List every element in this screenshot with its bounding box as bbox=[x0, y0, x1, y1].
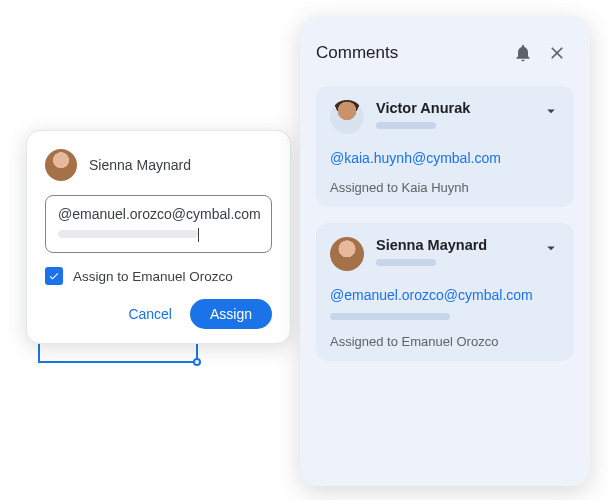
comments-panel: Comments Victor Anurak @kaia.huynh@cymba… bbox=[300, 16, 590, 486]
comments-panel-title: Comments bbox=[316, 43, 506, 63]
avatar bbox=[45, 149, 77, 181]
assigned-to-text: Assigned to Emanuel Orozco bbox=[330, 334, 560, 349]
assigned-to-text: Assigned to Kaia Huynh bbox=[330, 180, 560, 195]
assign-popup-header: Sienna Maynard bbox=[45, 149, 272, 181]
expand-button[interactable] bbox=[542, 237, 560, 261]
comment-input[interactable]: @emanuel.orozco@cymbal.com bbox=[45, 195, 272, 253]
text-caret bbox=[198, 228, 199, 242]
bell-icon bbox=[513, 43, 533, 63]
expand-button[interactable] bbox=[542, 100, 560, 124]
comment-timestamp-placeholder bbox=[376, 259, 436, 266]
avatar bbox=[330, 237, 364, 271]
comment-input-value: @emanuel.orozco@cymbal.com bbox=[58, 206, 259, 222]
comment-card: Sienna Maynard @emanuel.orozco@cymbal.co… bbox=[316, 223, 574, 361]
cancel-button[interactable]: Cancel bbox=[116, 299, 184, 329]
check-icon bbox=[48, 270, 60, 282]
comment-body-placeholder bbox=[330, 313, 450, 320]
comment-timestamp-placeholder bbox=[376, 122, 436, 129]
comment-author: Sienna Maynard bbox=[376, 237, 530, 253]
avatar bbox=[330, 100, 364, 134]
selection-handle[interactable] bbox=[193, 358, 201, 366]
close-icon bbox=[547, 43, 567, 63]
comment-author: Victor Anurak bbox=[376, 100, 530, 116]
assign-checkbox-row[interactable]: Assign to Emanuel Orozco bbox=[45, 267, 272, 285]
comment-card: Victor Anurak @kaia.huynh@cymbal.com Ass… bbox=[316, 86, 574, 207]
mention-at: @ bbox=[330, 150, 344, 166]
mention-link[interactable]: emanuel.orozco@cymbal.com bbox=[344, 287, 533, 303]
assign-checkbox-label: Assign to Emanuel Orozco bbox=[73, 269, 233, 284]
assign-actions: Cancel Assign bbox=[45, 299, 272, 329]
comment-body: @kaia.huynh@cymbal.com bbox=[330, 150, 560, 166]
comment-input-placeholder-line bbox=[58, 230, 259, 238]
mention-at: @ bbox=[330, 287, 344, 303]
notifications-button[interactable] bbox=[506, 36, 540, 70]
assign-checkbox[interactable] bbox=[45, 267, 63, 285]
assign-popup: Sienna Maynard @emanuel.orozco@cymbal.co… bbox=[26, 130, 291, 344]
mention-link[interactable]: kaia.huynh@cymbal.com bbox=[344, 150, 501, 166]
chevron-down-icon bbox=[542, 239, 560, 257]
chevron-down-icon bbox=[542, 102, 560, 120]
assign-button[interactable]: Assign bbox=[190, 299, 272, 329]
close-button[interactable] bbox=[540, 36, 574, 70]
comment-body: @emanuel.orozco@cymbal.com bbox=[330, 287, 560, 303]
comments-panel-header: Comments bbox=[316, 36, 574, 70]
author-name: Sienna Maynard bbox=[89, 157, 191, 173]
